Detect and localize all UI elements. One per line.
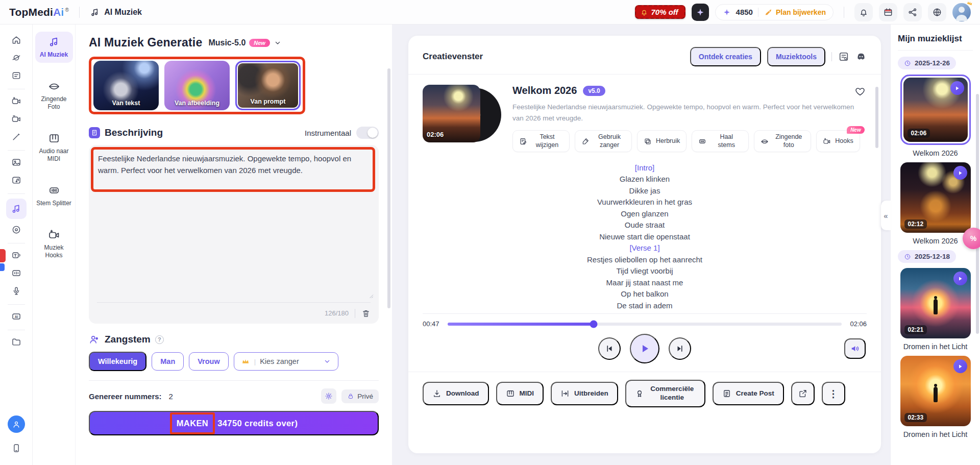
sidebar-item-muziek-hooks[interactable]: Muziek Hooks	[35, 225, 73, 263]
rail-item-docs[interactable]	[6, 67, 27, 84]
instrumental-toggle[interactable]	[356, 127, 379, 139]
advanced-settings-button[interactable]	[321, 388, 336, 404]
hooks-button[interactable]: Hooks New	[816, 130, 860, 152]
promo-70off-badge[interactable]: 70% off	[635, 5, 685, 19]
credits-pill[interactable]: 4850 Plan bijwerken	[715, 4, 834, 20]
ai-assistant-button[interactable]	[692, 4, 709, 21]
lyrics-display[interactable]: [Intro] Glazen klinken Dikke jas Vuurwer…	[423, 160, 867, 314]
seek-bar-fill	[448, 323, 594, 326]
song-title: Welkom 2026	[512, 85, 577, 96]
resize-handle[interactable]	[367, 292, 374, 299]
tab-van-tekst[interactable]: Van tekst	[93, 61, 159, 110]
sidebar-item-audio-naar-midi[interactable]: Audio naar MIDI	[35, 128, 73, 167]
sidebar-item-stem-splitter[interactable]: Stem Splitter	[35, 180, 73, 211]
play-icon[interactable]	[953, 272, 967, 285]
support-chat-button[interactable]	[8, 415, 25, 433]
playlist-item-title[interactable]: Welkom 2026	[898, 149, 973, 157]
voice-option-willekeurig[interactable]: Willekeurig	[89, 352, 146, 371]
playlist-item-title[interactable]: Dromen in het Licht	[898, 430, 973, 438]
seek-bar-knob[interactable]	[590, 320, 597, 328]
song-thumbnail[interactable]: 02:06	[423, 85, 500, 145]
lyric-line: De stad in adem	[423, 301, 867, 310]
rail-item-ai-tools[interactable]	[6, 308, 27, 325]
rail-item-disc[interactable]	[6, 222, 27, 238]
reuse-button[interactable]: Herbruik	[637, 130, 687, 152]
rail-item-music-active[interactable]	[6, 199, 27, 219]
card-scrollbar[interactable]	[875, 87, 878, 148]
singing-photo-button[interactable]: Zingende foto	[754, 130, 811, 152]
rail-item-explore[interactable]	[6, 50, 27, 66]
volume-button[interactable]	[844, 338, 866, 359]
rail-item-video-edit[interactable]	[6, 111, 27, 127]
task-list-button[interactable]	[838, 51, 849, 62]
user-avatar[interactable]	[952, 3, 971, 21]
clock-icon	[904, 253, 911, 260]
voice-option-man[interactable]: Man	[152, 352, 184, 371]
playlist-item[interactable]: 02:33	[900, 356, 971, 426]
extend-button[interactable]: Uitbreiden	[551, 382, 618, 405]
playlist-item-title[interactable]: Welkom 2026	[898, 237, 973, 245]
get-stems-button[interactable]: Haal stems	[692, 130, 749, 152]
language-button[interactable]	[928, 3, 946, 21]
create-post-button[interactable]: Create Post	[713, 382, 784, 405]
sidebar-item-zingende-foto[interactable]: Zingende Foto	[35, 76, 73, 115]
rail-item-microphone[interactable]	[6, 283, 27, 299]
sidebar-item-ai-muziek[interactable]: AI Muziek	[35, 32, 73, 63]
rail-item-video-create[interactable]	[6, 93, 27, 109]
clear-description-button[interactable]	[361, 309, 371, 318]
task-list-icon	[838, 51, 849, 62]
rail-item-mobile-app[interactable]	[6, 440, 27, 456]
music-tools-button[interactable]: Muziektools	[767, 47, 825, 66]
panel-scrollbar[interactable]	[387, 68, 390, 308]
tab-van-afbeelding[interactable]: Van afbeelding	[164, 61, 230, 110]
playlist-item-title[interactable]: Dromen in het Licht	[898, 342, 973, 351]
voice-option-vrouw[interactable]: Vrouw	[189, 352, 229, 371]
singer-select-value: Kies zanger	[260, 357, 319, 365]
notifications-button[interactable]	[854, 3, 873, 21]
seek-bar[interactable]	[448, 323, 842, 326]
affiliate-button[interactable]	[903, 3, 922, 21]
play-button[interactable]	[630, 334, 659, 363]
playlist-item[interactable]: 02:12	[900, 162, 971, 233]
edit-lyrics-button[interactable]: Tekst wijzigen	[512, 130, 570, 152]
tab-van-prompt-selected[interactable]: Van prompt	[235, 61, 301, 110]
download-button[interactable]: Download	[423, 382, 489, 405]
use-singer-button[interactable]: Gebruik zanger	[575, 130, 632, 152]
help-icon[interactable]: ?	[155, 335, 164, 344]
credits-count: 4850	[736, 8, 753, 16]
rail-item-home[interactable]	[6, 32, 27, 48]
play-icon[interactable]	[950, 81, 964, 95]
rail-item-voice[interactable]	[6, 265, 27, 281]
rail-item-files[interactable]	[6, 334, 27, 350]
playlist-item[interactable]: 02:21	[900, 268, 971, 338]
model-select[interactable]: Music-5.0 New	[208, 38, 282, 47]
playlist-item-selected[interactable]: 02:06	[900, 75, 971, 145]
play-icon[interactable]	[953, 166, 967, 180]
discover-creations-button[interactable]: Ontdek creaties	[690, 47, 761, 66]
app-logo[interactable]: TopMediAi®	[9, 6, 69, 18]
private-toggle[interactable]: Privé	[341, 389, 379, 403]
maken-generate-button[interactable]: MAKEN 34750 credits over)	[89, 411, 379, 435]
floating-side-widget[interactable]	[0, 249, 6, 271]
more-options-button[interactable]: ⋮	[822, 382, 845, 405]
play-icon[interactable]	[953, 359, 967, 373]
promo-float-badge[interactable]: %	[963, 228, 980, 249]
sidebar-scrollbar[interactable]	[976, 94, 979, 334]
description-textarea[interactable]: Feestelijke Nederlandse nieuwjaarsmuziek…	[89, 145, 379, 324]
open-external-button[interactable]	[791, 382, 815, 405]
previous-track-button[interactable]	[598, 337, 621, 360]
calendar-button[interactable]	[879, 3, 897, 21]
rail-item-text-to-speech[interactable]	[6, 247, 27, 263]
commercial-license-button[interactable]: Commerciële licentie	[625, 380, 705, 407]
date-group-badge: 2025-12-26	[898, 57, 956, 69]
discord-button[interactable]	[855, 51, 867, 62]
rail-item-image-music[interactable]	[6, 172, 27, 188]
upgrade-plan-button[interactable]: Plan bijwerken	[764, 8, 826, 17]
collapse-sidebar-button[interactable]: «	[881, 201, 891, 230]
rail-item-image[interactable]	[6, 154, 27, 170]
favorite-button[interactable]	[854, 86, 866, 99]
next-track-button[interactable]	[669, 337, 691, 360]
rail-item-magic-tools[interactable]	[6, 129, 27, 145]
singer-select-dropdown[interactable]: | Kies zanger	[234, 352, 338, 371]
midi-button[interactable]: MIDI	[496, 382, 544, 405]
